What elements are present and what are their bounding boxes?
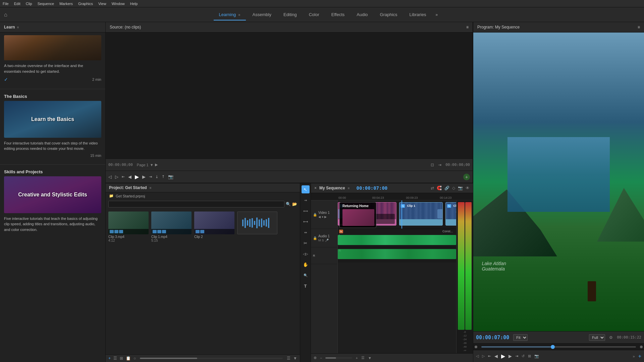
rate-stretch-tool[interactable]: ⇔ bbox=[302, 228, 310, 236]
ripple-edit-tool[interactable]: ⟺ bbox=[302, 207, 310, 215]
timeline-camera-icon[interactable]: 📷 bbox=[458, 186, 463, 190]
project-down-icon[interactable]: ▼ bbox=[293, 356, 297, 361]
timeline-settings-down-icon[interactable]: ▼ bbox=[368, 356, 372, 360]
timeline-menu-icon[interactable]: ≡ bbox=[348, 186, 350, 190]
timeline-zoom-in-icon[interactable]: + bbox=[356, 356, 358, 360]
source-camera-icon[interactable]: 📷 bbox=[168, 174, 173, 179]
settings-wrench-icon[interactable]: ⚙ bbox=[609, 335, 613, 340]
track-select-tool[interactable]: ⇒ bbox=[302, 196, 310, 204]
program-play-button[interactable]: ▶ bbox=[501, 353, 505, 359]
new-item-button[interactable]: + bbox=[108, 356, 111, 361]
source-add-icon[interactable]: + bbox=[463, 174, 470, 180]
metadata-view-icon[interactable]: 📋 bbox=[126, 356, 131, 361]
menu-graphics[interactable]: Graphics bbox=[78, 2, 93, 6]
timeline-linked-icon[interactable]: 🔗 bbox=[444, 186, 449, 190]
source-insert-icon[interactable]: ⤓ bbox=[155, 175, 158, 179]
program-mark-in-icon[interactable]: ◁ bbox=[476, 354, 479, 358]
clip-item[interactable]: Clip 2 bbox=[194, 212, 234, 242]
program-export-frame-icon[interactable]: 📷 bbox=[534, 354, 539, 358]
razor-tool[interactable]: ✂ bbox=[302, 239, 310, 247]
audio-solo-icon[interactable]: S bbox=[322, 239, 324, 242]
timeline-zoom-out-icon[interactable]: − bbox=[320, 356, 322, 360]
timeline-nudge-icon[interactable]: ⇄ bbox=[431, 186, 434, 190]
menu-clip[interactable]: Clip bbox=[26, 2, 32, 6]
project-search-input[interactable] bbox=[108, 201, 284, 207]
menu-sequence[interactable]: Sequence bbox=[38, 2, 54, 6]
source-step-back-icon[interactable]: ◀ bbox=[128, 174, 131, 179]
video-track-toggle-sync-icon[interactable]: ● bbox=[322, 215, 323, 219]
timeline-marker-icon[interactable]: ◇ bbox=[452, 186, 455, 190]
source-mark-in-icon[interactable]: ◁ bbox=[108, 174, 112, 179]
creative-thumbnail[interactable]: Creative and Stylistic Edits bbox=[4, 176, 101, 213]
program-rewind-icon[interactable]: ⇤ bbox=[488, 354, 491, 358]
video-track-lock-icon[interactable]: 🔒 bbox=[313, 213, 317, 217]
program-safe-margins-icon[interactable]: ⊠ bbox=[528, 354, 531, 358]
timeline-clip-clip3[interactable]: fx Clip 3 Cross D bbox=[445, 202, 456, 226]
learn-panel-menu-icon[interactable]: ≡ bbox=[17, 25, 19, 29]
source-export-icon[interactable]: ⇥ bbox=[438, 163, 441, 167]
tab-audio[interactable]: Audio bbox=[351, 9, 373, 20]
source-rewind-icon[interactable]: ⇤ bbox=[122, 175, 125, 179]
program-scrubber-track[interactable] bbox=[481, 346, 636, 348]
program-more-icon[interactable]: » bbox=[633, 354, 635, 358]
audio-mute-icon[interactable]: M bbox=[318, 239, 321, 242]
slip-tool[interactable]: ◁▷ bbox=[302, 250, 310, 258]
tab-editing[interactable]: Editing bbox=[278, 9, 302, 20]
source-step-fwd-icon[interactable]: ▶ bbox=[142, 174, 146, 179]
tab-libraries[interactable]: Libraries bbox=[404, 9, 432, 20]
project-panel-menu-icon[interactable]: ≡ bbox=[150, 186, 152, 190]
freeform-view-icon[interactable]: ○ bbox=[133, 356, 136, 361]
program-loop-icon[interactable]: ↺ bbox=[522, 354, 525, 358]
more-workspaces-button[interactable]: » bbox=[433, 11, 440, 18]
audio-mic-icon[interactable]: 🎤 bbox=[325, 239, 329, 242]
tab-effects[interactable]: Effects bbox=[326, 9, 350, 20]
learn-intro-thumbnail[interactable] bbox=[4, 35, 101, 60]
page-next-icon[interactable]: ▶ bbox=[155, 163, 158, 167]
tab-color[interactable]: Color bbox=[304, 9, 325, 20]
source-panel-menu-icon[interactable]: ≡ bbox=[466, 25, 469, 29]
project-settings-icon[interactable]: ☰ bbox=[287, 356, 290, 361]
source-mark-out-icon[interactable]: ▷ bbox=[115, 174, 118, 179]
text-tool[interactable]: T bbox=[302, 282, 310, 290]
video-track-eye-icon[interactable]: ▶ bbox=[324, 215, 327, 219]
timeline-eye-icon[interactable]: 👁 bbox=[466, 186, 470, 190]
tab-graphics[interactable]: Graphics bbox=[375, 9, 403, 20]
hand-tool[interactable]: ✋ bbox=[302, 260, 310, 268]
clip-item[interactable]: Clip 1.mp4 5:15 bbox=[151, 212, 192, 242]
source-play-button[interactable]: ▶ bbox=[135, 174, 139, 180]
video-track-toggle-output-icon[interactable]: ◀ bbox=[318, 215, 321, 219]
menu-markers[interactable]: Markers bbox=[59, 2, 73, 6]
tab-learning[interactable]: Learning ≡ bbox=[214, 9, 246, 20]
program-step-back-icon[interactable]: ◀ bbox=[494, 354, 498, 359]
menu-edit[interactable]: Edit bbox=[14, 2, 20, 6]
basics-thumbnail[interactable]: Learn the Basics bbox=[4, 101, 101, 138]
source-overwrite-icon[interactable]: ⤒ bbox=[162, 175, 165, 179]
source-fit-icon[interactable]: ⊡ bbox=[431, 163, 434, 167]
timeline-settings-icon[interactable]: ☰ bbox=[361, 356, 365, 360]
home-button[interactable]: ⌂ bbox=[4, 12, 7, 18]
resolution-dropdown[interactable]: Full bbox=[589, 334, 605, 341]
program-step-fwd-icon[interactable]: ▶ bbox=[508, 354, 512, 359]
list-view-icon[interactable]: ☰ bbox=[113, 356, 117, 361]
audio-track-lock-icon[interactable]: 🔒 bbox=[313, 236, 317, 240]
scrubber-playhead[interactable] bbox=[551, 345, 555, 349]
zoom-tool[interactable]: 🔍 bbox=[302, 271, 310, 279]
selection-tool[interactable]: ↖ bbox=[302, 185, 310, 193]
rolling-edit-tool[interactable]: ⟷ bbox=[302, 218, 310, 226]
tab-assembly[interactable]: Assembly bbox=[247, 9, 277, 20]
program-panel-menu-icon[interactable]: ≡ bbox=[638, 25, 640, 29]
new-bin-icon[interactable]: 📂 bbox=[292, 202, 297, 206]
basics-card[interactable]: Learn the Basics Four interactive tutori… bbox=[0, 101, 105, 163]
program-mark-out-icon[interactable]: ▷ bbox=[482, 354, 485, 358]
clip-item[interactable]: Clip 3.mp4 4:12 bbox=[108, 212, 149, 242]
program-scrubber[interactable] bbox=[473, 343, 644, 350]
menu-help[interactable]: Help bbox=[130, 2, 138, 6]
search-icon[interactable]: 🔍 bbox=[286, 202, 291, 206]
source-fast-fwd-icon[interactable]: ⇥ bbox=[149, 175, 152, 179]
timeline-clip-clip1[interactable]: fx Clip 1 bbox=[399, 202, 443, 226]
timeline-zoom-slider[interactable] bbox=[325, 357, 352, 359]
fit-dropdown[interactable]: Fit bbox=[513, 334, 528, 341]
icon-view-icon[interactable]: ⊞ bbox=[120, 356, 123, 361]
program-fast-fwd-icon[interactable]: ⇥ bbox=[515, 354, 518, 358]
program-add-icon[interactable]: + bbox=[638, 353, 641, 359]
